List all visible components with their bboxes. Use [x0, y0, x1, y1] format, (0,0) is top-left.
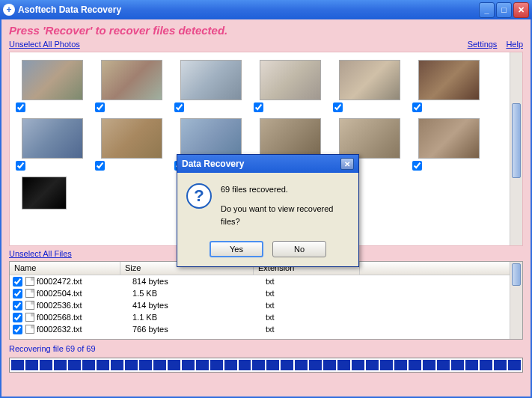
dialog-text: 69 files recovered. Do you want to view …	[221, 183, 349, 229]
maximize-button[interactable]: □	[496, 2, 512, 18]
scrollbar-thumb[interactable]	[512, 103, 521, 178]
file-ext: txt	[266, 313, 370, 322]
photo-thumbnail	[101, 118, 162, 159]
photo-item[interactable]	[95, 118, 165, 171]
file-panel: Name Size Extension f0002472.txt814 byte…	[9, 261, 523, 340]
photo-checkbox[interactable]	[95, 161, 105, 171]
file-icon	[25, 313, 34, 322]
photo-thumbnail	[101, 60, 162, 100]
scrollbar-thumb[interactable]	[512, 263, 521, 286]
photo-scrollbar[interactable]	[510, 52, 522, 245]
file-checkbox[interactable]	[13, 301, 22, 310]
photo-thumbnail	[260, 118, 321, 159]
photo-thumbnail	[180, 118, 242, 159]
file-size: 1.5 KB	[132, 289, 266, 298]
photo-item[interactable]	[16, 60, 86, 112]
table-row[interactable]: f0002536.txt414 bytestxt	[10, 299, 522, 311]
dialog: Data Recovery ✕ ? 69 files recovered. Do…	[177, 154, 359, 267]
dialog-title-text: Data Recovery	[182, 159, 340, 169]
file-ext: txt	[266, 325, 370, 334]
photo-checkbox[interactable]	[16, 102, 25, 112]
photo-thumbnail	[339, 118, 400, 159]
file-icon	[25, 277, 34, 286]
progress-bar	[9, 358, 523, 373]
dialog-line1: 69 files recovered.	[221, 183, 349, 197]
photo-item[interactable]	[174, 60, 245, 112]
dialog-titlebar: Data Recovery ✕	[177, 155, 358, 173]
photo-item[interactable]	[16, 118, 86, 171]
file-name: f0002632.txt	[37, 325, 132, 334]
file-size: 1.1 KB	[132, 313, 266, 322]
table-row[interactable]: f0002504.txt1.5 KBtxt	[10, 287, 522, 299]
top-link-row: Unselect All Photos Settings Help	[9, 40, 523, 49]
table-row[interactable]: f0002472.txt814 bytestxt	[10, 275, 522, 287]
file-checkbox[interactable]	[13, 289, 22, 298]
col-header-name[interactable]: Name	[10, 262, 120, 275]
settings-link[interactable]: Settings	[468, 40, 498, 49]
file-name: f0002568.txt	[37, 313, 132, 322]
app-icon: +	[3, 4, 15, 16]
dialog-body: ? 69 files recovered. Do you want to vie…	[177, 173, 358, 233]
file-checkbox[interactable]	[13, 325, 22, 334]
file-checkbox[interactable]	[13, 313, 22, 322]
question-icon: ?	[186, 183, 212, 209]
file-name: f0002536.txt	[37, 301, 132, 310]
photo-checkbox[interactable]	[174, 102, 184, 112]
file-size: 814 bytes	[132, 277, 266, 286]
window-title: Asoftech Data Recovery	[18, 4, 477, 15]
file-name: f0002472.txt	[37, 277, 132, 286]
photo-checkbox[interactable]	[254, 102, 263, 112]
file-icon	[25, 301, 34, 310]
file-ext: txt	[266, 301, 370, 310]
photo-checkbox[interactable]	[333, 102, 343, 112]
photo-checkbox[interactable]	[412, 161, 422, 171]
file-size: 766 bytes	[132, 325, 266, 334]
no-button[interactable]: No	[272, 241, 326, 257]
col-header-rest[interactable]	[360, 262, 522, 275]
photo-checkbox[interactable]	[95, 102, 105, 112]
unselect-files-link[interactable]: Unselect All Files	[9, 249, 72, 258]
file-scrollbar[interactable]	[510, 262, 522, 339]
photo-item[interactable]	[412, 60, 483, 112]
photo-checkbox[interactable]	[16, 161, 25, 171]
table-row[interactable]: f0002632.txt766 bytestxt	[10, 323, 522, 335]
photo-item[interactable]	[333, 60, 403, 112]
photo-thumbnail	[418, 118, 480, 159]
photo-thumbnail	[22, 60, 83, 100]
photo-thumbnail	[418, 60, 480, 100]
photo-thumbnail	[22, 177, 67, 209]
file-icon	[25, 289, 34, 298]
table-row[interactable]: f0002568.txt1.1 KBtxt	[10, 311, 522, 323]
status-line: Recovering file 69 of 69	[9, 344, 523, 353]
close-button[interactable]: ✕	[513, 2, 529, 18]
photo-thumbnail	[180, 60, 242, 100]
photo-thumbnail	[260, 60, 321, 100]
photo-item[interactable]	[16, 177, 86, 212]
file-name: f0002504.txt	[37, 289, 132, 298]
file-size: 414 bytes	[132, 301, 266, 310]
photo-item[interactable]	[95, 60, 165, 112]
file-ext: txt	[266, 289, 370, 298]
photo-item[interactable]	[254, 60, 324, 112]
photo-thumbnail	[22, 118, 83, 159]
unselect-photos-link[interactable]: Unselect All Photos	[9, 40, 80, 49]
file-ext: txt	[266, 277, 370, 286]
dialog-line2: Do you want to view recovered files?	[221, 203, 349, 229]
titlebar: + Asoftech Data Recovery _ □ ✕	[0, 0, 532, 19]
dialog-buttons: Yes No	[177, 233, 358, 266]
photo-item[interactable]	[412, 118, 483, 171]
file-rows: f0002472.txt814 bytestxt f0002504.txt1.5…	[10, 275, 522, 339]
yes-button[interactable]: Yes	[210, 241, 263, 257]
dialog-close-button[interactable]: ✕	[340, 158, 354, 170]
file-checkbox[interactable]	[13, 277, 22, 287]
help-link[interactable]: Help	[506, 40, 523, 49]
photo-thumbnail	[339, 60, 400, 100]
instruction-text: Press 'Recover' to recover files detecte…	[9, 24, 523, 37]
photo-checkbox[interactable]	[412, 102, 422, 112]
file-icon	[25, 325, 34, 334]
minimize-button[interactable]: _	[479, 2, 495, 18]
